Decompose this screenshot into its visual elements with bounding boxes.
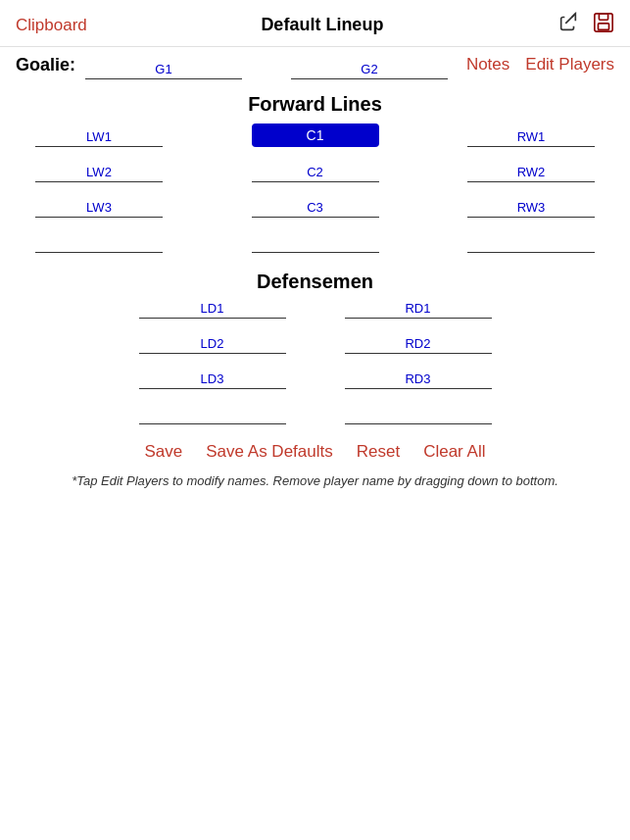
save-button[interactable]: Save — [145, 442, 183, 462]
forward-row-3: LW3 C3 RW3 — [16, 200, 614, 218]
defensemen-section: Defensemen LD1 RD1 LD2 RD2 — [16, 271, 614, 424]
defense-row-2: LD2 RD2 — [16, 336, 614, 354]
edit-players-button[interactable]: Edit Players — [525, 55, 614, 74]
bottom-buttons: Save Save As Defaults Reset Clear All — [16, 442, 614, 462]
goalie-row: Goalie: G1 G2 Notes Edit Players — [16, 55, 614, 79]
defense-row-3: LD3 RD3 — [16, 371, 614, 389]
rd1-slot[interactable]: RD1 — [345, 301, 492, 319]
forward-blank-right[interactable] — [467, 235, 595, 253]
lw1-line[interactable] — [35, 146, 163, 147]
lw1-label: LW1 — [86, 129, 112, 144]
rd2-label: RD2 — [405, 336, 430, 351]
footer-note: *Tap Edit Players to modify names. Remov… — [16, 473, 614, 488]
defense-blank-row — [16, 407, 614, 424]
lw2-label: LW2 — [86, 165, 112, 179]
lw3-label: LW3 — [86, 200, 112, 215]
header-icons — [557, 12, 614, 38]
rw1-label: RW1 — [517, 129, 546, 144]
lw1-slot[interactable]: LW1 — [35, 129, 163, 147]
ld3-label: LD3 — [201, 371, 224, 386]
svg-rect-2 — [599, 14, 607, 20]
svg-rect-3 — [598, 24, 608, 29]
ld2-slot[interactable]: LD2 — [139, 336, 286, 354]
svg-line-0 — [565, 14, 575, 24]
svg-rect-1 — [595, 14, 612, 31]
rd2-slot[interactable]: RD2 — [345, 336, 492, 354]
app-header: Clipboard Default Lineup — [0, 0, 630, 47]
forward-lines-section: Forward Lines LW1 C1 RW1 LW2 C2 — [16, 93, 614, 253]
ld1-label: LD1 — [201, 301, 224, 316]
rw2-line[interactable] — [467, 181, 595, 182]
forward-blank-left[interactable] — [35, 235, 163, 253]
lw3-line[interactable] — [35, 217, 163, 218]
rd1-line[interactable] — [345, 318, 492, 319]
c1-label: C1 — [252, 124, 379, 147]
forward-blank-row — [16, 235, 614, 253]
forward-lines-title: Forward Lines — [16, 93, 614, 116]
clear-all-button[interactable]: Clear All — [423, 442, 485, 462]
ld3-slot[interactable]: LD3 — [139, 371, 286, 389]
forward-blank-center[interactable] — [252, 235, 379, 253]
rw2-label: RW2 — [517, 165, 546, 179]
rw1-slot[interactable]: RW1 — [467, 129, 595, 147]
defense-blank-right[interactable] — [345, 407, 492, 424]
c1-slot[interactable]: C1 — [252, 124, 379, 147]
c2-slot[interactable]: C2 — [252, 165, 379, 182]
defense-row-1: LD1 RD1 — [16, 301, 614, 319]
g1-line[interactable] — [85, 78, 242, 79]
main-content: Goalie: G1 G2 Notes Edit Players Forward… — [0, 47, 630, 504]
c3-label: C3 — [307, 200, 323, 215]
forward-row-1: LW1 C1 RW1 — [16, 124, 614, 147]
rw3-slot[interactable]: RW3 — [467, 200, 595, 218]
ld2-label: LD2 — [201, 336, 224, 351]
ld2-line[interactable] — [139, 353, 286, 354]
g2-line[interactable] — [291, 78, 448, 79]
ld3-line[interactable] — [139, 388, 286, 389]
c2-label: C2 — [307, 165, 323, 179]
rd1-label: RD1 — [405, 301, 430, 316]
goalie-g1-slot[interactable]: G1 — [85, 62, 242, 79]
defensemen-title: Defensemen — [16, 271, 614, 293]
g1-label: G1 — [155, 62, 171, 76]
reset-button[interactable]: Reset — [357, 442, 400, 462]
notes-edit-row: Notes Edit Players — [466, 55, 614, 74]
lw3-slot[interactable]: LW3 — [35, 200, 163, 218]
rw1-line[interactable] — [467, 146, 595, 147]
forward-row-2: LW2 C2 RW2 — [16, 165, 614, 182]
c3-line[interactable] — [252, 217, 379, 218]
page-title: Default Lineup — [261, 15, 383, 35]
defense-blank-left[interactable] — [139, 407, 286, 424]
g2-label: G2 — [361, 62, 377, 76]
rd2-line[interactable] — [345, 353, 492, 354]
c2-line[interactable] — [252, 181, 379, 182]
ld1-line[interactable] — [139, 318, 286, 319]
rd3-slot[interactable]: RD3 — [345, 371, 492, 389]
goalie-g2-slot[interactable]: G2 — [291, 62, 448, 79]
rd3-label: RD3 — [405, 371, 430, 386]
clipboard-link[interactable]: Clipboard — [16, 16, 87, 35]
save-defaults-button[interactable]: Save As Defaults — [206, 442, 332, 462]
ld1-slot[interactable]: LD1 — [139, 301, 286, 319]
rd3-line[interactable] — [345, 388, 492, 389]
notes-button[interactable]: Notes — [466, 55, 509, 74]
rw3-label: RW3 — [517, 200, 546, 215]
lw2-slot[interactable]: LW2 — [35, 165, 163, 182]
goalie-label: Goalie: — [16, 55, 75, 79]
floppy-icon[interactable] — [593, 12, 614, 38]
c3-slot[interactable]: C3 — [252, 200, 379, 218]
rw2-slot[interactable]: RW2 — [467, 165, 595, 182]
rw3-line[interactable] — [467, 217, 595, 218]
lw2-line[interactable] — [35, 181, 163, 182]
share-icon[interactable] — [557, 12, 579, 38]
